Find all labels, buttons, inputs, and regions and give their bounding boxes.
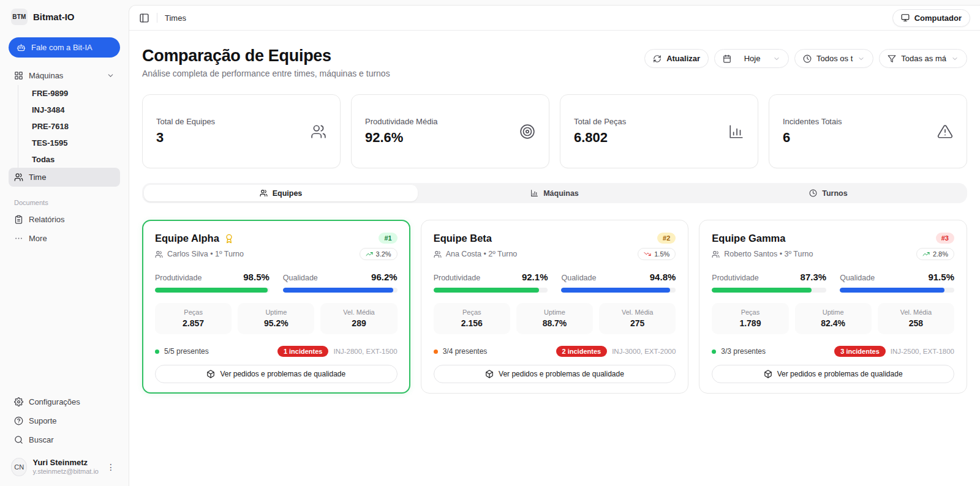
- productivity-label: Produtividade: [155, 274, 202, 282]
- quality-label: Qualidade: [561, 274, 596, 282]
- stat-label: Produtividade Média: [365, 117, 438, 126]
- shift-filter-select[interactable]: Todos os t: [794, 49, 873, 68]
- team-card-gamma[interactable]: Equipe Gamma Roberto Santos • 3º Turno #…: [699, 220, 967, 394]
- gear-icon: [14, 397, 23, 406]
- users-icon: [14, 173, 23, 182]
- quality-bar: [561, 288, 676, 293]
- mini-stat-label: Vel. Média: [601, 308, 673, 316]
- mini-stat-value: 289: [323, 318, 394, 328]
- filter-bar: Atualizar Hoje Todos os t Todas a: [644, 49, 967, 68]
- mini-stat-label: Uptime: [519, 308, 590, 316]
- trend-value: 3.2%: [376, 250, 391, 258]
- computer-button[interactable]: Computador: [892, 9, 970, 27]
- view-orders-button[interactable]: Ver pedidos e problemas de qualidade: [434, 365, 676, 383]
- view-orders-label: Ver pedidos e problemas de qualidade: [777, 370, 903, 378]
- user-menu[interactable]: CN Yuri Steinmetz y.steinmetz@bitmat.io …: [9, 455, 120, 479]
- bar-chart-icon: [728, 124, 744, 140]
- team-mini-stats: Peças 2.156 Uptime 88.7% Vel. Média 275: [434, 303, 676, 334]
- rank-badge: #2: [657, 233, 676, 244]
- user-email: y.steinmetz@bitmat.io: [32, 468, 99, 476]
- sidebar-item-more[interactable]: More: [9, 229, 120, 248]
- team-leader: Ana Costa • 2º Turno: [446, 250, 518, 258]
- team-metrics: Produtividade 87.3% Qualidade 91.5%: [712, 272, 954, 293]
- sidebar-item-configuracoes[interactable]: Configurações: [9, 392, 120, 411]
- divider: [157, 13, 157, 23]
- sidebar-item-suporte[interactable]: Suporte: [9, 411, 120, 430]
- chevron-down-icon: [773, 55, 780, 62]
- stat-card-incidentes: Incidentes Totais 6: [769, 94, 967, 168]
- productivity-value: 98.5%: [243, 272, 270, 282]
- sidebar-item-buscar[interactable]: Buscar: [9, 430, 120, 449]
- page-subtitle: Análise completa de performance entre ti…: [142, 69, 390, 78]
- grid-icon: [14, 71, 23, 80]
- mini-stat-value: 88.7%: [519, 318, 590, 328]
- view-orders-label: Ver pedidos e problemas de qualidade: [220, 370, 345, 378]
- clipboard-icon: [14, 215, 23, 224]
- bar-chart-icon: [530, 189, 538, 197]
- sidebar-item-maquinas[interactable]: Máquinas: [9, 66, 120, 85]
- presence-text: 5/5 presentes: [164, 347, 209, 356]
- team-cards: Equipe Alpha Carlos Silva • 1º Turno: [142, 220, 967, 394]
- date-filter-value: Hoje: [736, 54, 768, 63]
- calendar-icon: [723, 54, 731, 63]
- date-filter-select[interactable]: Hoje: [714, 49, 789, 68]
- chevron-down-icon: [858, 55, 865, 62]
- sidebar-item-time[interactable]: Time: [9, 168, 120, 187]
- trending-up-icon: [366, 250, 373, 258]
- rank-badge: #1: [379, 233, 397, 244]
- incidents-badge: 3 incidentes: [834, 346, 886, 357]
- stat-label: Total de Peças: [574, 117, 626, 126]
- productivity-bar: [712, 288, 826, 293]
- breadcrumb: Times: [165, 13, 186, 23]
- refresh-button[interactable]: Atualizar: [644, 49, 709, 68]
- chat-ai-button[interactable]: Fale com a Bit-IA: [9, 37, 120, 58]
- quality-value: 91.5%: [928, 272, 954, 282]
- mini-stat-label: Peças: [714, 308, 786, 316]
- tab-turnos[interactable]: Turnos: [692, 185, 965, 201]
- sidebar-item-machine[interactable]: FRE-9899: [18, 85, 120, 102]
- app-root: BTM Bitmat-IO Fale com a Bit-IA Máquinas: [0, 0, 980, 486]
- presence-dot: [155, 350, 159, 354]
- sidebar-item-machine[interactable]: TES-1595: [18, 135, 120, 151]
- sidebar-item-relatorios[interactable]: Relatórios: [9, 210, 120, 229]
- sidebar-toggle-icon[interactable]: [139, 13, 149, 23]
- stat-label: Incidentes Totais: [783, 117, 842, 126]
- ellipsis-icon: [14, 234, 23, 243]
- team-leader: Carlos Silva • 1º Turno: [167, 250, 244, 258]
- tab-equipes[interactable]: Equipes: [144, 185, 418, 201]
- team-leader: Roberto Santos • 3º Turno: [724, 250, 813, 258]
- trend-badge: 2.8%: [916, 248, 954, 260]
- team-card-alpha[interactable]: Equipe Alpha Carlos Silva • 1º Turno: [142, 220, 410, 394]
- sidebar-item-label: Máquinas: [29, 71, 63, 80]
- mini-stat-uptime: Uptime 82.4%: [795, 303, 872, 334]
- stats-row: Total de Equipes 3 Produtividade Média 9…: [142, 94, 967, 168]
- sidebar-item-machine[interactable]: Todas: [18, 151, 120, 168]
- users-icon: [311, 124, 326, 140]
- view-orders-button[interactable]: Ver pedidos e problemas de qualidade: [712, 365, 954, 383]
- machine-filter-select[interactable]: Todas as má: [879, 49, 967, 68]
- tab-label: Máquinas: [543, 189, 579, 198]
- search-icon: [14, 435, 23, 444]
- stat-value: 3: [156, 130, 215, 146]
- productivity-bar: [155, 288, 270, 293]
- tab-label: Turnos: [822, 189, 847, 198]
- tab-label: Equipes: [273, 189, 303, 198]
- target-icon: [519, 124, 535, 140]
- tab-maquinas[interactable]: Máquinas: [418, 185, 692, 201]
- quality-label: Qualidade: [840, 274, 875, 282]
- mini-stat-label: Peças: [157, 308, 229, 316]
- productivity-value: 92.1%: [522, 272, 548, 282]
- team-card-beta[interactable]: Equipe Beta Ana Costa • 2º Turno #2: [421, 220, 689, 394]
- sidebar-item-machine[interactable]: INJ-3484: [18, 102, 120, 118]
- mini-stat-label: Vel. Média: [880, 308, 952, 316]
- sidebar-item-label: More: [29, 234, 47, 243]
- brand: BTM Bitmat-IO: [9, 9, 120, 25]
- documents-section-label: Documents: [9, 199, 120, 206]
- view-orders-button[interactable]: Ver pedidos e problemas de qualidade: [155, 365, 398, 383]
- brand-name: Bitmat-IO: [33, 12, 75, 22]
- mini-stat-uptime: Uptime 95.2%: [238, 303, 314, 334]
- sidebar-item-machine[interactable]: PRE-7618: [18, 118, 120, 135]
- kebab-menu-icon[interactable]: ⋮: [104, 461, 118, 473]
- users-icon: [260, 189, 268, 197]
- filter-icon: [888, 54, 896, 63]
